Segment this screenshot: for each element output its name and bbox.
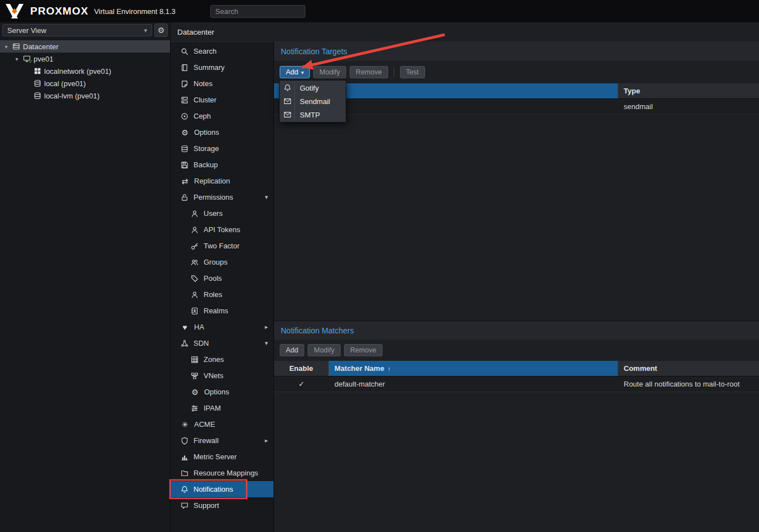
- global-search-input[interactable]: [210, 5, 305, 18]
- datacenter-icon: [12, 43, 20, 50]
- targets-toolbar: Add▾ Modify Remove Test: [274, 61, 759, 83]
- add-button[interactable]: Add: [280, 344, 304, 356]
- datacenter-menu: Search Summary Notes Cluster Ceph ⚙Optio…: [171, 42, 274, 532]
- remove-button[interactable]: Remove: [344, 344, 383, 356]
- chevron-down-icon: ▾: [301, 69, 304, 76]
- menu-item-pools[interactable]: Pools: [171, 270, 274, 286]
- menu-item-options[interactable]: ⚙Options: [171, 124, 274, 140]
- top-bar: PROXMOX Virtual Environment 8.1.3: [0, 0, 759, 22]
- dropdown-item-label: Gotify: [295, 84, 319, 92]
- tree-item-local-lvm[interactable]: local-lvm (pve01): [0, 90, 170, 102]
- address-book-icon: [191, 307, 199, 315]
- menu-item-search[interactable]: Search: [171, 43, 274, 59]
- view-selector-label: Server View: [7, 26, 46, 35]
- targets-table-row[interactable]: mail-to-root sendmail: [274, 99, 759, 115]
- cluster-icon: [181, 96, 188, 104]
- add-button[interactable]: Add▾: [280, 66, 310, 78]
- unlock-icon: [181, 194, 188, 201]
- menu-item-ha[interactable]: ♥HA▸: [171, 319, 274, 335]
- proxmox-logo: [4, 3, 25, 19]
- support-icon: [181, 502, 188, 510]
- sort-asc-icon: ↑: [388, 365, 391, 372]
- menu-item-label: Storage: [194, 144, 219, 153]
- menu-item-groups[interactable]: Groups: [171, 254, 274, 270]
- menu-item-users[interactable]: Users: [171, 205, 274, 222]
- role-icon: [191, 291, 199, 299]
- tree-item-local[interactable]: local (pve01): [0, 77, 170, 90]
- menu-item-cluster[interactable]: Cluster: [171, 92, 274, 108]
- chevron-down-icon: ▾: [265, 194, 268, 201]
- chevron-down-icon: ▾: [265, 340, 268, 347]
- menu-item-realms[interactable]: Realms: [171, 303, 274, 319]
- matchers-table-row[interactable]: ✓ default-matcher Route all notification…: [274, 376, 759, 392]
- dropdown-item-gotify[interactable]: Gotify: [280, 81, 345, 95]
- dropdown-item-sendmail[interactable]: Sendmail: [280, 95, 345, 108]
- view-selector[interactable]: Server View ▾: [2, 24, 152, 36]
- menu-item-label: Roles: [204, 290, 222, 299]
- menu-item-label: Two Factor: [204, 242, 239, 250]
- menu-item-support[interactable]: Support: [171, 497, 274, 514]
- key-icon: [191, 242, 199, 250]
- bell-icon: [181, 486, 188, 493]
- menu-item-label: Support: [194, 501, 219, 510]
- envelope-icon: [280, 108, 295, 121]
- tree-settings-button[interactable]: ⚙: [154, 23, 168, 37]
- tree-item-datacenter[interactable]: ▾ Datacenter: [0, 40, 170, 53]
- modify-button[interactable]: Modify: [308, 344, 341, 356]
- menu-item-replication[interactable]: ⇄Replication: [171, 173, 274, 189]
- dropdown-item-label: Sendmail: [295, 97, 330, 106]
- menu-item-roles[interactable]: Roles: [171, 286, 274, 303]
- toolbar-separator: [394, 68, 394, 77]
- sliders-icon: [191, 404, 199, 412]
- menu-item-permissions[interactable]: Permissions▾: [171, 189, 274, 205]
- notifications-panel: Notification Targets Add▾ Modify Remove …: [274, 42, 759, 532]
- section-title: Notification Targets: [281, 47, 347, 56]
- network-icon: [34, 67, 41, 75]
- menu-item-label: Realms: [204, 307, 228, 315]
- remove-button[interactable]: Remove: [350, 66, 388, 78]
- menu-item-sdn-options[interactable]: ⚙Options: [171, 384, 274, 400]
- menu-item-api-tokens[interactable]: API Tokens: [171, 222, 274, 238]
- storage-icon: [34, 92, 41, 100]
- menu-item-sdn[interactable]: SDN▾: [171, 335, 274, 351]
- menu-item-firewall[interactable]: Firewall▸: [171, 432, 274, 449]
- menu-item-label: Summary: [194, 63, 225, 72]
- menu-item-label: Search: [194, 47, 216, 55]
- menu-item-resource-mappings[interactable]: Resource Mappings: [171, 465, 274, 481]
- brand-name: PROXMOX: [30, 5, 88, 17]
- menu-item-metric-server[interactable]: Metric Server: [171, 449, 274, 465]
- column-header-matcher-name[interactable]: Matcher Name ↑: [329, 361, 618, 376]
- modify-button[interactable]: Modify: [313, 66, 346, 78]
- test-button[interactable]: Test: [400, 66, 425, 78]
- column-label: Type: [624, 87, 640, 95]
- column-header-enable[interactable]: Enable: [274, 361, 329, 376]
- column-label: Enable: [289, 364, 313, 373]
- tree-item-pve01[interactable]: ▾ ✓ pve01: [0, 53, 170, 65]
- menu-item-notes[interactable]: Notes: [171, 76, 274, 92]
- menu-item-notifications[interactable]: Notifications: [171, 481, 274, 497]
- menu-item-label: HA: [194, 323, 204, 331]
- tree-item-localnetwork[interactable]: localnetwork (pve01): [0, 65, 170, 77]
- dropdown-item-smtp[interactable]: SMTP: [280, 108, 345, 121]
- column-label: Comment: [624, 364, 657, 373]
- menu-item-backup[interactable]: Backup: [171, 157, 274, 173]
- menu-item-label: SDN: [194, 339, 209, 347]
- menu-item-storage[interactable]: Storage: [171, 140, 274, 157]
- menu-item-vnets[interactable]: VNets: [171, 368, 274, 384]
- column-header-comment[interactable]: Comment: [618, 361, 759, 376]
- chevron-down-icon[interactable]: ▾: [3, 44, 10, 50]
- matchers-section-header: Notification Matchers: [274, 321, 759, 340]
- chevron-down-icon[interactable]: ▾: [13, 56, 20, 62]
- menu-item-ipam[interactable]: IPAM: [171, 400, 274, 416]
- menu-item-label: ACME: [194, 420, 215, 429]
- column-header-type[interactable]: Type: [618, 83, 759, 98]
- shield-icon: [181, 437, 188, 445]
- menu-item-two-factor[interactable]: Two Factor: [171, 238, 274, 254]
- menu-item-ceph[interactable]: Ceph: [171, 108, 274, 124]
- sdn-icon: [181, 340, 188, 347]
- menu-item-summary[interactable]: Summary: [171, 59, 274, 76]
- resource-tree: ▾ Datacenter ▾ ✓ pve01 localnetwork (pve…: [0, 38, 170, 102]
- resource-tree-panel: Server View ▾ ⚙ ▾ Datacenter ▾ ✓ pve01 l…: [0, 22, 171, 532]
- menu-item-acme[interactable]: ✳ACME: [171, 416, 274, 432]
- menu-item-zones[interactable]: Zones: [171, 351, 274, 368]
